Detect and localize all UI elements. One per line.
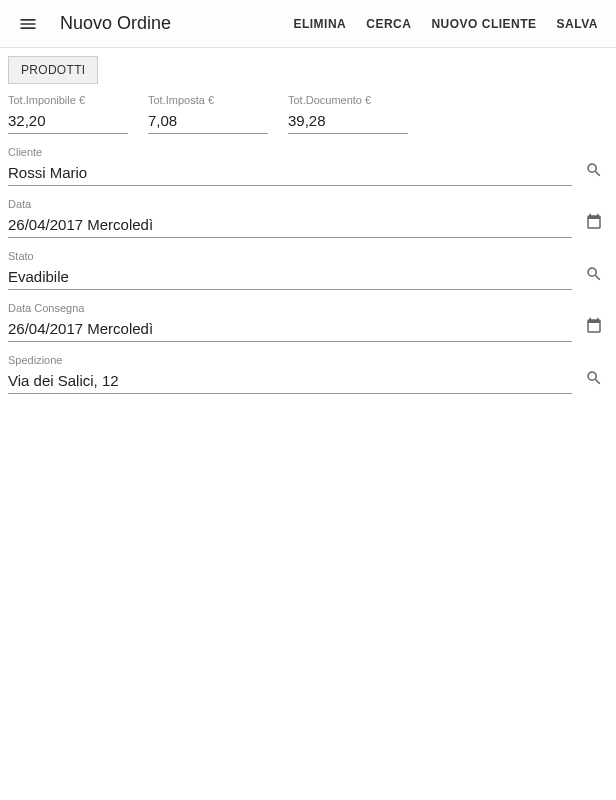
page-title: Nuovo Ordine (60, 13, 171, 34)
save-button[interactable]: SALVA (547, 9, 608, 39)
stato-search-button[interactable] (580, 260, 608, 288)
spedizione-field[interactable]: Spedizione Via dei Salici, 12 (8, 354, 572, 394)
app-bar: Nuovo Ordine ELIMINA CERCA NUOVO CLIENTE… (0, 0, 616, 48)
data-consegna-label: Data Consegna (8, 302, 572, 314)
total-imposta-field: Tot.Imposta € 7,08 (148, 94, 268, 134)
cliente-label: Cliente (8, 146, 572, 158)
cliente-value: Rossi Mario (8, 160, 572, 186)
stato-field[interactable]: Stato Evadibile (8, 250, 572, 290)
data-value: 26/04/2017 Mercoledì (8, 212, 572, 238)
search-icon (585, 161, 603, 179)
delete-button[interactable]: ELIMINA (283, 9, 356, 39)
hamburger-icon (18, 14, 38, 34)
search-icon (585, 265, 603, 283)
total-documento-field: Tot.Documento € 39,28 (288, 94, 408, 134)
data-field[interactable]: Data 26/04/2017 Mercoledì (8, 198, 572, 238)
calendar-icon (585, 317, 603, 335)
cliente-field[interactable]: Cliente Rossi Mario (8, 146, 572, 186)
stato-value: Evadibile (8, 264, 572, 290)
data-consegna-row: Data Consegna 26/04/2017 Mercoledì (8, 302, 608, 342)
spedizione-label: Spedizione (8, 354, 572, 366)
total-documento-label: Tot.Documento € (288, 94, 408, 106)
data-consegna-calendar-button[interactable] (580, 312, 608, 340)
data-row: Data 26/04/2017 Mercoledì (8, 198, 608, 238)
search-button[interactable]: CERCA (356, 9, 421, 39)
total-imposta-value: 7,08 (148, 108, 268, 134)
menu-button[interactable] (8, 4, 48, 44)
total-documento-value: 39,28 (288, 108, 408, 134)
totals-row: Tot.Imponibile € 32,20 Tot.Imposta € 7,0… (8, 94, 608, 134)
spedizione-row: Spedizione Via dei Salici, 12 (8, 354, 608, 394)
data-consegna-field[interactable]: Data Consegna 26/04/2017 Mercoledì (8, 302, 572, 342)
total-imponibile-field: Tot.Imponibile € 32,20 (8, 94, 128, 134)
search-icon (585, 369, 603, 387)
data-calendar-button[interactable] (580, 208, 608, 236)
data-label: Data (8, 198, 572, 210)
new-client-button[interactable]: NUOVO CLIENTE (421, 9, 546, 39)
calendar-icon (585, 213, 603, 231)
spedizione-search-button[interactable] (580, 364, 608, 392)
stato-label: Stato (8, 250, 572, 262)
total-imposta-label: Tot.Imposta € (148, 94, 268, 106)
stato-row: Stato Evadibile (8, 250, 608, 290)
cliente-row: Cliente Rossi Mario (8, 146, 608, 186)
total-imponibile-label: Tot.Imponibile € (8, 94, 128, 106)
cliente-search-button[interactable] (580, 156, 608, 184)
spedizione-value: Via dei Salici, 12 (8, 368, 572, 394)
content: PRODOTTI Tot.Imponibile € 32,20 Tot.Impo… (0, 48, 616, 414)
products-button[interactable]: PRODOTTI (8, 56, 98, 84)
data-consegna-value: 26/04/2017 Mercoledì (8, 316, 572, 342)
total-imponibile-value: 32,20 (8, 108, 128, 134)
